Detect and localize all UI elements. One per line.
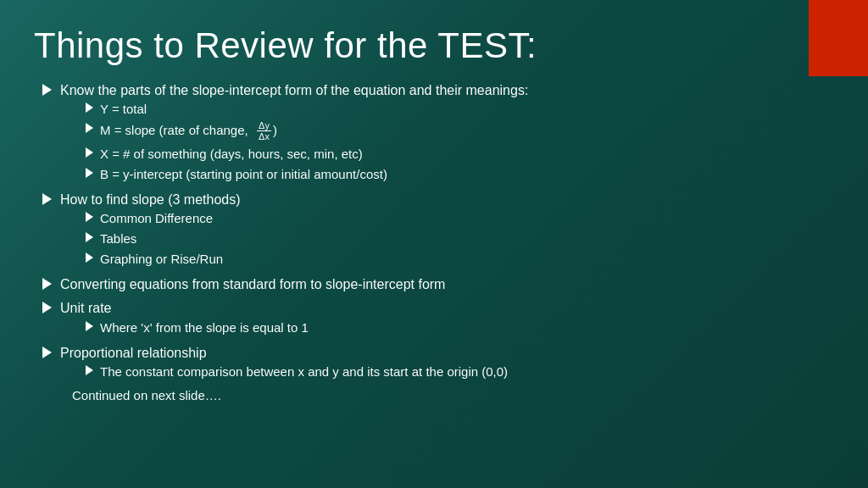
- bullet-arrow-icon: [42, 302, 52, 313]
- item-text: Tables: [100, 230, 136, 247]
- sub-list: Y = total M = slope (rate of change, Δy …: [60, 100, 834, 185]
- proportional-relationship-text: Proportional relationship: [60, 344, 834, 363]
- bullet-arrow-icon: [42, 278, 52, 290]
- slide-title: Things to Review for the TEST:: [34, 25, 834, 66]
- list-item: Where 'x' from the slope is equal to 1: [86, 319, 834, 336]
- common-difference-text: Common Difference: [100, 209, 213, 227]
- bullet-arrow-icon: [86, 365, 93, 375]
- bullet-arrow-icon: [42, 84, 52, 96]
- item-text: Converting equations from standard form …: [60, 275, 445, 294]
- item-text: Where 'x' from the slope is equal to 1: [100, 319, 309, 336]
- list-item: Y = total: [86, 100, 834, 118]
- list-item: Know the parts of the slope-intercept fo…: [42, 81, 834, 186]
- item-group: Unit rate Where 'x' from the slope is eq…: [60, 299, 834, 338]
- bullet-arrow-icon: [86, 232, 93, 242]
- fraction-denominator: Δx: [257, 131, 271, 141]
- main-list: Know the parts of the slope-intercept fo…: [42, 81, 834, 404]
- continued-text: Continued on next slide….: [60, 386, 834, 404]
- list-item: Common Difference: [86, 209, 834, 227]
- bullet-arrow-icon: [86, 123, 93, 133]
- sub-list: Common Difference Tables Graphing or Ris…: [60, 209, 834, 270]
- sub-list: The constant comparison between x and y …: [60, 363, 834, 383]
- bullet-arrow-icon: [86, 168, 93, 178]
- sub-list: Where 'x' from the slope is equal to 1: [60, 319, 834, 339]
- list-item: Converting equations from standard form …: [42, 275, 834, 294]
- bullet-arrow-icon: [86, 212, 93, 222]
- bullet-arrow-icon: [86, 103, 93, 113]
- bullet-arrow-icon: [42, 193, 52, 205]
- item-text: The constant comparison between x and y …: [100, 363, 508, 380]
- list-item: B = y-intercept (starting point or initi…: [86, 165, 834, 183]
- list-item: Tables: [86, 230, 834, 247]
- item-text: M = slope (rate of change, Δy Δx ): [100, 120, 277, 141]
- item-text: Know the parts of the slope-intercept fo…: [60, 81, 834, 100]
- item-text: How to find slope (3 methods): [60, 191, 834, 209]
- list-item: Proportional relationship The constant c…: [42, 344, 834, 404]
- list-item: Unit rate Where 'x' from the slope is eq…: [42, 299, 834, 338]
- item-group: Proportional relationship The constant c…: [60, 344, 834, 404]
- list-item: X = # of something (days, hours, sec, mi…: [86, 145, 834, 163]
- slide-content: Know the parts of the slope-intercept fo…: [34, 81, 834, 404]
- item-text: B = y-intercept (starting point or initi…: [100, 165, 387, 183]
- fraction-display: Δy Δx: [257, 120, 271, 141]
- list-item: Graphing or Rise/Run: [86, 250, 834, 268]
- red-accent-decoration: [809, 0, 868, 76]
- bullet-arrow-icon: [86, 321, 93, 331]
- item-group: Know the parts of the slope-intercept fo…: [60, 81, 834, 186]
- bullet-arrow-icon: [86, 252, 93, 263]
- fraction-numerator: Δy: [257, 120, 271, 131]
- list-item: The constant comparison between x and y …: [86, 363, 834, 380]
- list-item: How to find slope (3 methods) Common Dif…: [42, 191, 834, 270]
- item-group: How to find slope (3 methods) Common Dif…: [60, 191, 834, 270]
- item-text: Graphing or Rise/Run: [100, 250, 223, 268]
- slide-container: Things to Review for the TEST: Know the …: [0, 0, 868, 488]
- item-text: X = # of something (days, hours, sec, mi…: [100, 145, 363, 163]
- list-item: M = slope (rate of change, Δy Δx ): [86, 120, 834, 141]
- bullet-arrow-icon: [86, 147, 93, 158]
- bullet-arrow-icon: [42, 347, 52, 358]
- item-text: Y = total: [100, 100, 147, 118]
- item-text: Unit rate: [60, 299, 834, 318]
